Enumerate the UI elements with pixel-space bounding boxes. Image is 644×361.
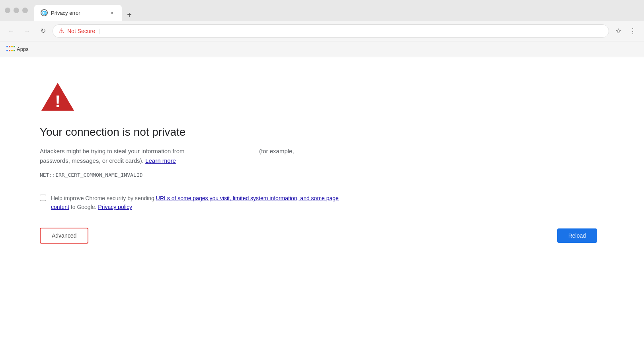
title-bar: 🌐 Privacy error × + bbox=[0, 0, 644, 21]
address-bar[interactable]: ⚠ Not Secure | bbox=[53, 24, 609, 38]
active-tab[interactable]: 🌐 Privacy error × bbox=[34, 5, 122, 21]
security-checkbox[interactable] bbox=[40, 195, 46, 201]
reload-button[interactable]: Reload bbox=[557, 228, 597, 243]
dot-8 bbox=[14, 50, 15, 51]
checkbox-label: Help improve Chrome security by sending … bbox=[51, 194, 358, 212]
forward-icon: → bbox=[24, 27, 30, 35]
forward-button[interactable]: → bbox=[21, 25, 33, 37]
checkbox-text-2: to Google. bbox=[71, 204, 97, 210]
tab-globe-icon: 🌐 bbox=[41, 9, 48, 16]
star-icon: ☆ bbox=[615, 27, 622, 35]
not-secure-text: Not Secure bbox=[67, 28, 95, 34]
not-secure-icon: ⚠ bbox=[59, 27, 64, 35]
buttons-row: Advanced Reload bbox=[40, 228, 597, 244]
tab-title: Privacy error bbox=[51, 10, 105, 16]
traffic-lights bbox=[5, 8, 28, 13]
page-content: ! Your connection is not private Attacke… bbox=[0, 57, 644, 361]
error-description: Attackers might be trying to steal your … bbox=[40, 146, 318, 166]
address-separator: | bbox=[98, 28, 100, 34]
dot-5 bbox=[6, 50, 8, 51]
reload-icon: ↻ bbox=[41, 27, 46, 35]
dot-4 bbox=[14, 46, 15, 47]
learn-more-link[interactable]: Learn more bbox=[145, 157, 176, 164]
privacy-policy-link[interactable]: Privacy policy bbox=[98, 204, 132, 210]
advanced-button[interactable]: Advanced bbox=[40, 228, 88, 244]
menu-icon: ⋮ bbox=[629, 27, 636, 35]
checkbox-container[interactable] bbox=[40, 195, 46, 203]
dot-2 bbox=[9, 46, 10, 47]
checkbox-text-1: Help improve Chrome security by sending bbox=[51, 195, 154, 201]
chrome-menu-button[interactable]: ⋮ bbox=[626, 25, 639, 37]
dot-1 bbox=[6, 46, 8, 47]
description-text-1: Attackers might be trying to steal your … bbox=[40, 148, 184, 154]
dot-6 bbox=[9, 50, 10, 51]
dot-7 bbox=[11, 50, 13, 51]
apps-label[interactable]: Apps bbox=[17, 46, 29, 52]
description-text-3: passwords, messages, or credit cards). bbox=[40, 157, 144, 164]
error-heading: Your connection is not private bbox=[40, 126, 604, 139]
security-checkbox-row: Help improve Chrome security by sending … bbox=[40, 194, 358, 212]
tabs-area: 🌐 Privacy error × + bbox=[34, 0, 639, 21]
warning-triangle-icon: ! bbox=[40, 81, 76, 112]
minimize-button[interactable] bbox=[14, 8, 19, 13]
svg-text:!: ! bbox=[55, 92, 60, 111]
back-button[interactable]: ← bbox=[5, 25, 18, 37]
description-text-2: (for example, bbox=[259, 148, 294, 154]
back-icon: ← bbox=[8, 27, 14, 35]
dot-3 bbox=[11, 46, 13, 47]
apps-grid-icon bbox=[6, 46, 14, 53]
maximize-button[interactable] bbox=[22, 8, 28, 13]
new-tab-button[interactable]: + bbox=[123, 9, 135, 21]
nav-actions: ☆ ⋮ bbox=[612, 25, 639, 37]
tab-close-button[interactable]: × bbox=[108, 9, 115, 16]
bookmark-star-button[interactable]: ☆ bbox=[612, 25, 625, 37]
reload-nav-button[interactable]: ↻ bbox=[37, 25, 49, 37]
close-button[interactable] bbox=[5, 8, 10, 13]
bookmarks-bar: Apps bbox=[0, 41, 644, 57]
nav-bar: ← → ↻ ⚠ Not Secure | ☆ ⋮ bbox=[0, 21, 644, 41]
error-code: NET::ERR_CERT_COMMON_NAME_INVALID bbox=[40, 172, 604, 178]
